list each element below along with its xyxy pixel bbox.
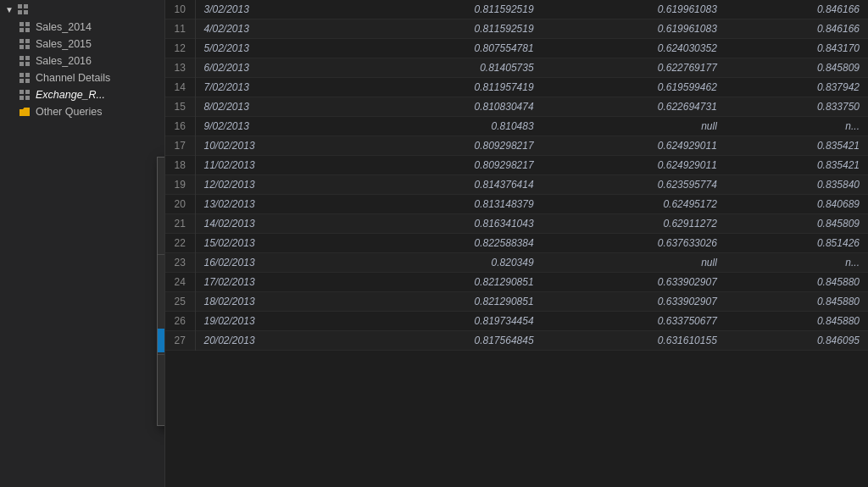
table-row: 18 11/02/2013 0.809298217 0.624929011 0.… (165, 156, 868, 175)
ctx-item-move-to-group[interactable]: Move To Group▶ (158, 357, 165, 379)
ctx-item-copy[interactable]: Copy (158, 158, 165, 181)
ctx-item-move-up[interactable]: Move Up (158, 379, 165, 402)
row-num: 17 (165, 136, 195, 156)
table-row: 16 9/02/2013 0.810483 null n... (165, 117, 868, 136)
sidebar-item-sales-2015[interactable]: Sales_2015 (0, 36, 164, 53)
sidebar-item-sales-2016[interactable]: Sales_2016 (0, 53, 164, 69)
row-col2: 0.624929011 (542, 136, 726, 156)
sidebar-item-label: Sales_2014 (36, 21, 92, 33)
table-row: 17 10/02/2013 0.809298217 0.624929011 0.… (165, 136, 868, 156)
table-row: 15 8/02/2013 0.810830474 0.622694731 0.8… (165, 97, 868, 117)
table-icon (19, 72, 31, 84)
sidebar: ▼ Sales_2014 (0, 0, 165, 487)
row-col1: 0.820349 (359, 253, 542, 273)
svg-rect-4 (19, 22, 24, 26)
svg-rect-10 (19, 45, 24, 49)
row-date: 11/02/2013 (195, 156, 359, 175)
row-num: 18 (165, 156, 195, 175)
row-date: 19/02/2013 (195, 312, 359, 331)
row-num: 12 (165, 39, 195, 58)
ctx-item-enable-load[interactable]: Enable load (158, 257, 165, 279)
row-date: 5/02/2013 (195, 39, 359, 58)
row-col2: 0.624030352 (542, 39, 726, 58)
ctx-menu-list: CopyPasteDeleteRenameEnable load✓Include… (158, 158, 165, 425)
row-num: 11 (165, 19, 195, 39)
row-num: 24 (165, 273, 195, 292)
row-col2: 0.619599462 (542, 78, 726, 97)
sidebar-item-sales-2014[interactable]: Sales_2014 (0, 19, 164, 36)
table-row: 13 6/02/2013 0.81405735 0.622769177 0.84… (165, 58, 868, 78)
ctx-item-paste[interactable]: Paste (158, 181, 165, 205)
svg-rect-13 (25, 56, 30, 60)
row-num: 19 (165, 175, 195, 195)
row-col3: 0.845880 (726, 273, 868, 292)
svg-rect-8 (19, 39, 24, 43)
row-col1: 0.822588384 (359, 234, 542, 253)
folder-icon (19, 106, 31, 118)
ctx-item-delete[interactable]: Delete (158, 205, 165, 229)
row-num: 26 (165, 312, 195, 331)
table-icon (19, 21, 31, 33)
row-date: 3/02/2013 (195, 0, 359, 19)
ctx-item-rename[interactable]: Rename (158, 229, 165, 252)
expand-arrow-icon: ▼ (5, 5, 14, 14)
row-col3: 0.845809 (726, 214, 868, 234)
row-col3: 0.835421 (726, 156, 868, 175)
row-date: 7/02/2013 (195, 78, 359, 97)
row-col1: 0.813148379 (359, 195, 542, 214)
row-col3: 0.845880 (726, 292, 868, 312)
row-col1: 0.810483 (359, 117, 542, 136)
row-col1: 0.810830474 (359, 97, 542, 117)
row-col1: 0.809298217 (359, 136, 542, 156)
table-row: 26 19/02/2013 0.819734454 0.633750677 0.… (165, 312, 868, 331)
sidebar-items-container: Sales_2014 Sales_2015 Sale (0, 19, 164, 120)
row-col2: 0.631610155 (542, 331, 726, 351)
separator-1 (158, 254, 165, 255)
row-col1: 0.821290851 (359, 292, 542, 312)
row-date: 8/02/2013 (195, 97, 359, 117)
row-date: 12/02/2013 (195, 175, 359, 195)
row-num: 27 (165, 331, 195, 351)
svg-rect-21 (25, 90, 30, 94)
row-col1: 0.811957419 (359, 78, 542, 97)
svg-rect-5 (25, 22, 30, 26)
svg-rect-2 (18, 10, 22, 14)
table-row: 21 14/02/2013 0.816341043 0.62911272 0.8… (165, 214, 868, 234)
ctx-item-include-refresh[interactable]: ✓Include in report refresh (158, 279, 165, 305)
row-col3: 0.846095 (726, 331, 868, 351)
row-num: 22 (165, 234, 195, 253)
row-col1: 0.816341043 (359, 214, 542, 234)
ctx-item-duplicate[interactable]: Duplicate (158, 305, 165, 329)
row-num: 23 (165, 253, 195, 273)
grid-icon (17, 3, 29, 15)
row-col1: 0.817564845 (359, 331, 542, 351)
table-row: 24 17/02/2013 0.821290851 0.633902907 0.… (165, 273, 868, 292)
ctx-item-move-down[interactable]: Move Down (158, 402, 165, 425)
table-row: 20 13/02/2013 0.813148379 0.62495172 0.8… (165, 195, 868, 214)
row-col2: 0.624929011 (542, 156, 726, 175)
row-col2: 0.633750677 (542, 312, 726, 331)
row-col1: 0.811592519 (359, 19, 542, 39)
ctx-item-reference[interactable]: Reference (158, 329, 165, 352)
row-col3: 0.851426 (726, 234, 868, 253)
row-col2: 0.619961083 (542, 19, 726, 39)
row-num: 25 (165, 292, 195, 312)
table-row: 27 20/02/2013 0.817564845 0.631610155 0.… (165, 331, 868, 351)
table-row: 14 7/02/2013 0.811957419 0.619599462 0.8… (165, 78, 868, 97)
table-icon (19, 89, 31, 101)
row-col2: 0.62911272 (542, 214, 726, 234)
sidebar-item-other-queries[interactable]: Other Queries (0, 103, 164, 120)
svg-rect-20 (19, 90, 24, 94)
sidebar-item-channel-details[interactable]: Channel Details (0, 69, 164, 86)
sidebar-item-exchange-r---[interactable]: Exchange_R... (0, 86, 164, 103)
sidebar-item-label: Sales_2016 (36, 55, 92, 67)
row-date: 17/02/2013 (195, 273, 359, 292)
row-date: 16/02/2013 (195, 253, 359, 273)
svg-rect-6 (19, 28, 24, 32)
row-col1: 0.807554781 (359, 39, 542, 58)
sidebar-item-label: Sales_2015 (36, 38, 92, 50)
svg-rect-16 (19, 73, 24, 77)
row-col3: 0.845809 (726, 58, 868, 78)
row-date: 13/02/2013 (195, 195, 359, 214)
svg-rect-11 (25, 45, 30, 49)
